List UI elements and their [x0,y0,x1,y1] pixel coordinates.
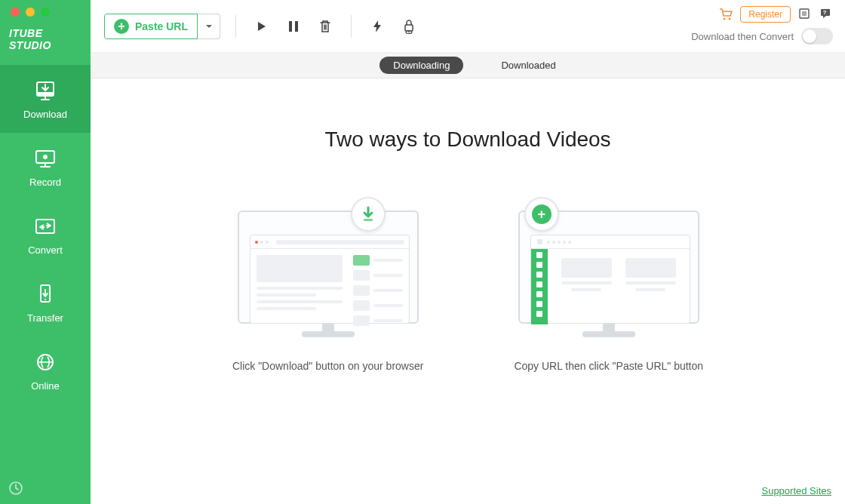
monitor-illustration [238,197,419,340]
tabs-bar: Downloading Downloaded [91,53,845,78]
svg-rect-4 [36,220,54,233]
sidebar-item-download[interactable]: Download [0,65,91,133]
download-icon [33,78,57,103]
method-caption: Copy URL then click "Paste URL" button [514,360,703,372]
register-button[interactable]: Register [740,6,791,23]
svg-text:?: ? [823,9,827,16]
app-brand: ITUBE STUDIO [0,21,91,65]
paste-url-group: + Paste URL [104,14,220,39]
top-right-controls: Register ? [719,6,833,23]
close-window-button[interactable] [11,8,20,17]
svg-rect-19 [364,219,373,221]
sidebar-item-label: Online [31,380,60,392]
sidebar-item-label: Record [29,177,61,188]
online-icon [33,350,57,374]
monitor-illustration: + [518,197,699,340]
content-area: Two ways to Download Videos [91,78,845,504]
svg-point-15 [729,18,731,20]
history-button[interactable] [8,480,24,496]
private-button[interactable] [398,16,419,37]
sidebar-item-online[interactable]: Online [0,337,91,404]
method-paste-url: + Copy URL then click "Paste URL" button [514,197,703,372]
methods-row: Click "Download" button on your browser [91,197,845,372]
paste-url-label: Paste URL [135,20,188,32]
delete-button[interactable] [315,16,336,37]
convert-icon [33,214,57,238]
svg-point-3 [43,155,48,159]
browser-window-illustration [250,235,410,324]
download-then-convert-label: Download then Convert [691,31,794,42]
menu-button[interactable] [798,8,812,21]
plus-badge-icon: + [524,197,559,232]
transfer-icon [33,282,57,306]
window-controls [0,0,91,21]
feedback-button[interactable]: ? [819,8,833,21]
turbo-button[interactable] [367,16,388,37]
menu-icon [798,8,810,20]
sidebar-item-label: Download [23,109,67,120]
record-icon [33,146,57,171]
method-caption: Click "Download" button on your browser [232,360,424,372]
sidebar-item-label: Convert [28,244,63,256]
tab-downloading[interactable]: Downloading [379,57,463,74]
svg-rect-1 [37,92,54,96]
play-button[interactable] [251,16,272,37]
toolbar: + Paste URL [91,0,845,53]
bolt-icon [371,20,383,33]
pause-button[interactable] [283,16,304,37]
svg-point-13 [408,31,410,32]
chevron-down-icon [204,22,214,31]
svg-rect-11 [405,25,413,31]
sidebar: ITUBE STUDIO Download Record Convert Tra… [0,0,91,504]
minimize-window-button[interactable] [26,8,35,17]
separator [351,15,352,38]
trash-icon [318,20,332,33]
pause-icon [288,20,299,32]
cart-button[interactable] [719,8,733,21]
download-then-convert-toggle[interactable] [801,28,833,45]
plus-icon: + [114,19,129,34]
download-then-convert-row: Download then Convert [691,28,833,45]
main: + Paste URL [91,0,845,504]
svg-rect-9 [289,21,292,32]
app-window-illustration [530,235,690,324]
sidebar-item-record[interactable]: Record [0,133,91,201]
method-browser-download: Click "Download" button on your browser [232,197,424,372]
maximize-window-button[interactable] [41,8,50,17]
sidebar-item-convert[interactable]: Convert [0,201,91,269]
download-badge-icon [351,197,386,232]
sidebar-item-transfer[interactable]: Transfer [0,269,91,337]
lock-eye-icon [402,19,416,34]
separator [235,15,236,38]
paste-url-dropdown[interactable] [198,14,220,39]
paste-url-button[interactable]: + Paste URL [104,14,198,39]
feedback-icon: ? [819,8,831,20]
sidebar-item-label: Transfer [27,312,63,324]
cart-icon [719,8,733,21]
svg-point-6 [45,299,46,300]
tab-downloaded[interactable]: Downloaded [501,60,555,71]
supported-sites-link[interactable]: Supported Sites [761,485,831,496]
svg-rect-10 [295,21,298,32]
svg-point-14 [724,18,726,20]
content-heading: Two ways to Download Videos [91,128,845,152]
play-icon [256,20,268,32]
